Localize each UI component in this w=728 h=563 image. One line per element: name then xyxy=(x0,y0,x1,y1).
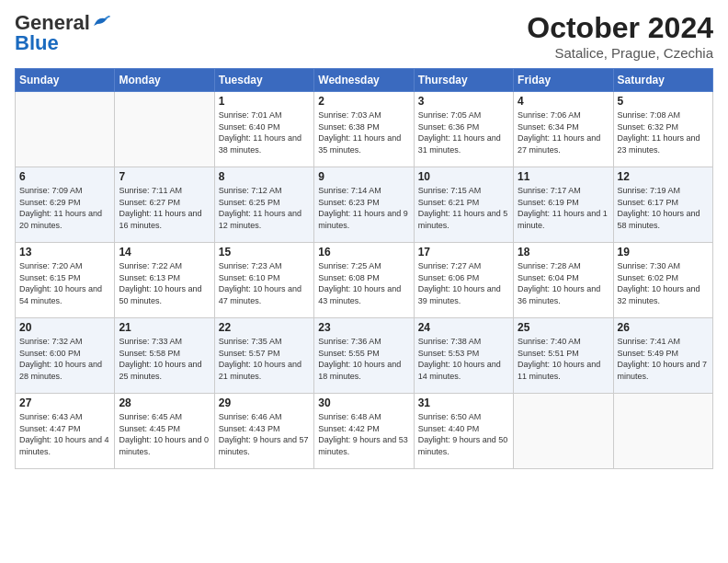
day-info: Sunrise: 7:14 AM Sunset: 6:23 PM Dayligh… xyxy=(318,185,409,231)
day-info: Sunrise: 7:33 AM Sunset: 5:58 PM Dayligh… xyxy=(119,336,210,382)
day-info: Sunrise: 7:32 AM Sunset: 6:00 PM Dayligh… xyxy=(19,336,110,382)
calendar-week-row: 6Sunrise: 7:09 AM Sunset: 6:29 PM Daylig… xyxy=(16,167,713,243)
day-number: 10 xyxy=(418,170,509,183)
calendar-cell: 4Sunrise: 7:06 AM Sunset: 6:34 PM Daylig… xyxy=(514,92,613,167)
calendar-cell: 3Sunrise: 7:05 AM Sunset: 6:36 PM Daylig… xyxy=(414,92,513,167)
weekday-header: Tuesday xyxy=(214,69,313,92)
day-number: 20 xyxy=(19,321,110,334)
day-number: 21 xyxy=(119,321,210,334)
day-number: 16 xyxy=(318,246,409,259)
calendar-cell: 1Sunrise: 7:01 AM Sunset: 6:40 PM Daylig… xyxy=(214,92,313,167)
day-info: Sunrise: 7:30 AM Sunset: 6:02 PM Dayligh… xyxy=(618,260,709,306)
day-info: Sunrise: 7:09 AM Sunset: 6:29 PM Dayligh… xyxy=(19,185,110,231)
day-info: Sunrise: 7:15 AM Sunset: 6:21 PM Dayligh… xyxy=(418,185,509,231)
calendar-cell: 20Sunrise: 7:32 AM Sunset: 6:00 PM Dayli… xyxy=(16,318,115,394)
calendar-cell xyxy=(514,394,613,469)
calendar-cell xyxy=(115,92,214,167)
weekday-header: Sunday xyxy=(16,69,115,92)
day-info: Sunrise: 7:11 AM Sunset: 6:27 PM Dayligh… xyxy=(119,185,210,231)
day-info: Sunrise: 7:22 AM Sunset: 6:13 PM Dayligh… xyxy=(119,260,210,306)
calendar-cell: 27Sunrise: 6:43 AM Sunset: 4:47 PM Dayli… xyxy=(16,394,115,469)
day-info: Sunrise: 7:08 AM Sunset: 6:32 PM Dayligh… xyxy=(618,109,709,155)
day-info: Sunrise: 7:03 AM Sunset: 6:38 PM Dayligh… xyxy=(318,109,409,155)
day-number: 12 xyxy=(618,170,709,183)
calendar-cell: 30Sunrise: 6:48 AM Sunset: 4:42 PM Dayli… xyxy=(314,394,414,469)
day-info: Sunrise: 7:06 AM Sunset: 6:34 PM Dayligh… xyxy=(518,109,609,155)
day-number: 15 xyxy=(219,246,310,259)
day-info: Sunrise: 7:38 AM Sunset: 5:53 PM Dayligh… xyxy=(418,336,509,382)
day-info: Sunrise: 7:05 AM Sunset: 6:36 PM Dayligh… xyxy=(418,109,509,155)
day-info: Sunrise: 7:35 AM Sunset: 5:57 PM Dayligh… xyxy=(219,336,310,382)
day-number: 3 xyxy=(418,95,509,108)
calendar-cell: 31Sunrise: 6:50 AM Sunset: 4:40 PM Dayli… xyxy=(414,394,513,469)
calendar-cell: 26Sunrise: 7:41 AM Sunset: 5:49 PM Dayli… xyxy=(613,318,712,394)
header: General Blue October 2024 Satalice, Prag… xyxy=(15,11,713,61)
calendar-cell: 22Sunrise: 7:35 AM Sunset: 5:57 PM Dayli… xyxy=(214,318,313,394)
logo-bird-icon xyxy=(92,13,112,29)
day-number: 26 xyxy=(618,321,709,334)
day-number: 2 xyxy=(318,95,409,108)
day-info: Sunrise: 6:43 AM Sunset: 4:47 PM Dayligh… xyxy=(19,411,110,457)
calendar-cell: 19Sunrise: 7:30 AM Sunset: 6:02 PM Dayli… xyxy=(613,243,712,318)
calendar-cell: 10Sunrise: 7:15 AM Sunset: 6:21 PM Dayli… xyxy=(414,167,513,243)
calendar-cell: 13Sunrise: 7:20 AM Sunset: 6:15 PM Dayli… xyxy=(16,243,115,318)
calendar-week-row: 13Sunrise: 7:20 AM Sunset: 6:15 PM Dayli… xyxy=(16,243,713,318)
day-number: 27 xyxy=(19,396,110,409)
calendar-cell: 17Sunrise: 7:27 AM Sunset: 6:06 PM Dayli… xyxy=(414,243,513,318)
day-number: 30 xyxy=(318,396,409,409)
day-info: Sunrise: 6:50 AM Sunset: 4:40 PM Dayligh… xyxy=(418,411,509,457)
calendar: SundayMondayTuesdayWednesdayThursdayFrid… xyxy=(15,68,713,469)
calendar-week-row: 27Sunrise: 6:43 AM Sunset: 4:47 PM Dayli… xyxy=(16,394,713,469)
day-info: Sunrise: 7:41 AM Sunset: 5:49 PM Dayligh… xyxy=(618,336,709,382)
day-number: 31 xyxy=(418,396,509,409)
calendar-cell: 18Sunrise: 7:28 AM Sunset: 6:04 PM Dayli… xyxy=(514,243,613,318)
day-number: 11 xyxy=(518,170,609,183)
calendar-cell: 8Sunrise: 7:12 AM Sunset: 6:25 PM Daylig… xyxy=(214,167,313,243)
calendar-cell: 28Sunrise: 6:45 AM Sunset: 4:45 PM Dayli… xyxy=(115,394,214,469)
calendar-week-row: 1Sunrise: 7:01 AM Sunset: 6:40 PM Daylig… xyxy=(16,92,713,167)
weekday-header: Monday xyxy=(115,69,214,92)
day-number: 8 xyxy=(219,170,310,183)
day-info: Sunrise: 7:17 AM Sunset: 6:19 PM Dayligh… xyxy=(518,185,609,231)
day-info: Sunrise: 7:27 AM Sunset: 6:06 PM Dayligh… xyxy=(418,260,509,306)
day-info: Sunrise: 6:45 AM Sunset: 4:45 PM Dayligh… xyxy=(119,411,210,457)
day-number: 23 xyxy=(318,321,409,334)
day-number: 5 xyxy=(618,95,709,108)
calendar-cell: 12Sunrise: 7:19 AM Sunset: 6:17 PM Dayli… xyxy=(613,167,712,243)
calendar-cell: 25Sunrise: 7:40 AM Sunset: 5:51 PM Dayli… xyxy=(514,318,613,394)
day-number: 18 xyxy=(518,246,609,259)
weekday-header: Wednesday xyxy=(314,69,414,92)
month-title: October 2024 xyxy=(527,11,713,45)
calendar-cell xyxy=(16,92,115,167)
day-info: Sunrise: 6:46 AM Sunset: 4:43 PM Dayligh… xyxy=(219,411,310,457)
weekday-header: Friday xyxy=(514,69,613,92)
calendar-cell: 24Sunrise: 7:38 AM Sunset: 5:53 PM Dayli… xyxy=(414,318,513,394)
day-number: 17 xyxy=(418,246,509,259)
calendar-week-row: 20Sunrise: 7:32 AM Sunset: 6:00 PM Dayli… xyxy=(16,318,713,394)
day-number: 4 xyxy=(518,95,609,108)
day-number: 13 xyxy=(19,246,110,259)
calendar-cell: 16Sunrise: 7:25 AM Sunset: 6:08 PM Dayli… xyxy=(314,243,414,318)
day-number: 28 xyxy=(119,396,210,409)
day-number: 14 xyxy=(119,246,210,259)
day-number: 19 xyxy=(618,246,709,259)
weekday-header: Thursday xyxy=(414,69,513,92)
calendar-cell xyxy=(613,394,712,469)
day-number: 24 xyxy=(418,321,509,334)
calendar-cell: 29Sunrise: 6:46 AM Sunset: 4:43 PM Dayli… xyxy=(214,394,313,469)
day-info: Sunrise: 7:36 AM Sunset: 5:55 PM Dayligh… xyxy=(318,336,409,382)
day-info: Sunrise: 7:12 AM Sunset: 6:25 PM Dayligh… xyxy=(219,185,310,231)
page: General Blue October 2024 Satalice, Prag… xyxy=(0,0,728,563)
day-info: Sunrise: 7:23 AM Sunset: 6:10 PM Dayligh… xyxy=(219,260,310,306)
day-info: Sunrise: 7:40 AM Sunset: 5:51 PM Dayligh… xyxy=(518,336,609,382)
day-number: 9 xyxy=(318,170,409,183)
day-number: 6 xyxy=(19,170,110,183)
calendar-cell: 23Sunrise: 7:36 AM Sunset: 5:55 PM Dayli… xyxy=(314,318,414,394)
calendar-cell: 11Sunrise: 7:17 AM Sunset: 6:19 PM Dayli… xyxy=(514,167,613,243)
calendar-cell: 6Sunrise: 7:09 AM Sunset: 6:29 PM Daylig… xyxy=(16,167,115,243)
day-info: Sunrise: 7:20 AM Sunset: 6:15 PM Dayligh… xyxy=(19,260,110,306)
calendar-cell: 5Sunrise: 7:08 AM Sunset: 6:32 PM Daylig… xyxy=(613,92,712,167)
weekday-header-row: SundayMondayTuesdayWednesdayThursdayFrid… xyxy=(16,69,713,92)
weekday-header: Saturday xyxy=(613,69,712,92)
day-info: Sunrise: 7:01 AM Sunset: 6:40 PM Dayligh… xyxy=(219,109,310,155)
